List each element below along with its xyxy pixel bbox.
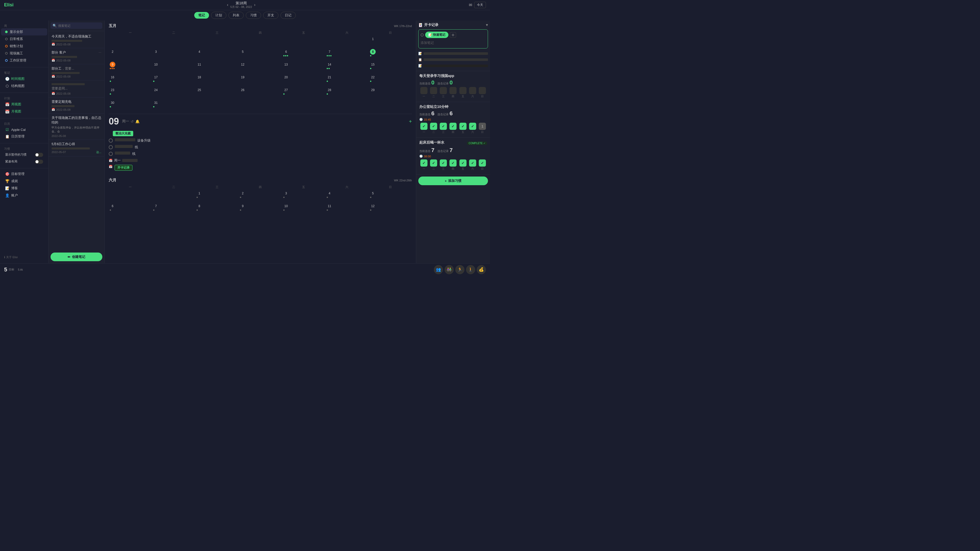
cal-cell-31[interactable]: 31	[152, 100, 195, 112]
habit-day-check[interactable]: ✓	[449, 159, 457, 167]
cal-cell-29[interactable]: 29	[369, 87, 412, 99]
group-icon-btn[interactable]: 👫	[445, 265, 454, 274]
habit-day-check[interactable]: ✓	[430, 159, 437, 167]
list-item[interactable]: 需要是同... 📅2022-05-08	[48, 80, 104, 97]
habit-day-check[interactable]: ✓	[469, 123, 476, 130]
cal-cell-7[interactable]: 7	[326, 48, 369, 61]
cal-cell-14[interactable]: 14	[326, 61, 369, 73]
sidebar-item-timeview[interactable]: 🕐 时间视图	[1, 75, 47, 83]
habit-day-check[interactable]	[430, 87, 437, 94]
toggle-paused-switch[interactable]	[35, 153, 43, 157]
sidebar-item-sales[interactable]: 销售计划	[1, 43, 47, 50]
tab-plan[interactable]: 计划	[211, 12, 226, 19]
habit-day-check[interactable]: ✓	[460, 159, 466, 167]
habit-day-check[interactable]	[469, 87, 476, 94]
habit-day-check[interactable]	[460, 87, 466, 94]
habit-day-check[interactable]: ✓	[420, 159, 428, 167]
jun-cell-10[interactable]: 10	[282, 203, 325, 215]
sidebar-item-workspace[interactable]: 工作区管理	[1, 57, 47, 64]
checkin-icon-btn[interactable]: ⊞	[450, 32, 456, 38]
cal-cell-18[interactable]: 18	[196, 74, 239, 86]
cal-cell-25[interactable]: 25	[196, 87, 239, 99]
event-checkbox[interactable]	[109, 152, 113, 156]
habit-day-check[interactable]: ✓	[440, 159, 447, 167]
cal-cell-26[interactable]: 26	[239, 87, 282, 99]
jun-cell-8[interactable]: 8	[196, 203, 239, 215]
sidebar-item-blog[interactable]: 📝 博客	[1, 185, 47, 192]
cal-cell-21[interactable]: 21	[326, 74, 369, 86]
sidebar-item-monthview[interactable]: 📆 月视图	[1, 108, 47, 115]
run-icon-btn[interactable]: 🏃	[455, 265, 465, 274]
cal-cell-22[interactable]: 22	[369, 74, 412, 86]
cal-cell-1[interactable]: 1	[369, 36, 412, 48]
habit-day-check[interactable]: ✓	[420, 123, 428, 130]
cal-cell-6[interactable]: 6	[282, 48, 325, 61]
checkin-placeholder[interactable]: 添加笔记	[421, 40, 486, 46]
habit-day-check[interactable]: 1	[479, 123, 486, 130]
cal-cell-28[interactable]: 28	[326, 87, 369, 99]
habit-day-check[interactable]	[479, 87, 486, 94]
habit-day-check[interactable]	[420, 87, 428, 94]
jun-cell-11[interactable]: 11	[326, 203, 369, 215]
habit-day-check[interactable]	[449, 87, 457, 94]
cal-cell-24[interactable]: 24	[152, 87, 195, 99]
day-add-btn[interactable]: +	[409, 119, 412, 124]
cal-cell-5[interactable]: 5	[239, 48, 282, 61]
sidebar-item-account[interactable]: 👤 账户	[1, 192, 47, 199]
cal-cell-4[interactable]: 4	[196, 48, 239, 61]
cal-cell-9[interactable]: 9	[109, 61, 151, 73]
cal-cell-27[interactable]: 27	[282, 87, 325, 99]
list-item[interactable]: 部分 客户 ··· 📅2022-05-08	[48, 48, 104, 64]
jun-cell-2[interactable]: 2	[239, 190, 282, 202]
jun-cell-4[interactable]: 4	[326, 190, 369, 202]
habit-day-check[interactable]: ✓	[469, 159, 476, 167]
cal-cell-11[interactable]: 11	[196, 61, 239, 73]
next-week-btn[interactable]: ›	[254, 3, 256, 7]
list-item[interactable]: 5月6日工作心得 2022-05-07 达...	[48, 140, 104, 156]
cal-cell-30[interactable]: 30	[109, 100, 151, 112]
cal-cell-10[interactable]: 10	[152, 61, 195, 73]
jun-cell-1[interactable]: 1	[196, 190, 239, 202]
sidebar-item-achievements[interactable]: 🏆 成就	[1, 178, 47, 185]
sidebar-item-goals[interactable]: 🎯 目标管理	[1, 170, 47, 178]
sidebar-item-construction[interactable]: 现场施工	[1, 50, 47, 57]
sidebar-item-structview[interactable]: ⬡ 结构视图	[1, 83, 47, 89]
habit-day-check[interactable]: ✓	[460, 123, 466, 130]
today-btn[interactable]: 今天	[474, 2, 486, 8]
cal-cell-23[interactable]: 23	[109, 87, 151, 99]
jun-cell-3[interactable]: 3	[282, 190, 325, 202]
jun-cell-9[interactable]: 9	[239, 203, 282, 215]
tab-notes[interactable]: 笔记	[194, 12, 209, 19]
jun-cell-7[interactable]: 7	[152, 203, 195, 215]
habit-day-check[interactable]: ✓	[440, 123, 447, 130]
jun-cell-5[interactable]: 5	[369, 190, 412, 202]
list-item[interactable]: 部分工，需要... 📅2022-05-08	[48, 64, 104, 80]
create-note-btn[interactable]: ✏ 创建笔记	[51, 252, 102, 261]
cal-cell-3[interactable]: 3	[152, 48, 195, 61]
cal-cell-2[interactable]: 2	[109, 48, 151, 61]
sidebar-about[interactable]: ℹ 关于 Elisi	[0, 253, 48, 261]
email-icon-btn[interactable]: ✉	[469, 3, 472, 7]
cal-cell-8[interactable]: 8	[369, 48, 412, 61]
list-item[interactable]: 今天雨天，不适合现场施工 📅2022-05-08	[48, 32, 104, 48]
sidebar-item-weekview[interactable]: 📅 周视图	[1, 101, 47, 108]
sidebar-item-applecal[interactable]: ☑ Apple Cal	[1, 126, 47, 133]
sidebar-item-calmanage[interactable]: 📋 日历管理	[1, 133, 47, 140]
list-item[interactable]: 关于现场施工的注意事项，自己总结的 甲方会索取押金，并以各种理由不退押金。会 2…	[48, 114, 104, 140]
cal-cell-16[interactable]: 16	[109, 74, 151, 86]
sidebar-item-daily[interactable]: 日常维系	[1, 35, 47, 43]
quick-note-btn[interactable]: 📝 快速笔记	[425, 32, 449, 38]
list-item[interactable]: 需要定期充电 📅2022-05-08	[48, 97, 104, 114]
checkin-collapse-btn[interactable]: ▾	[486, 22, 488, 27]
people-icon-btn[interactable]: 👥	[434, 265, 443, 274]
search-input[interactable]	[58, 24, 100, 27]
prev-week-btn[interactable]: ‹	[227, 3, 228, 7]
cal-cell-15[interactable]: 15	[369, 61, 412, 73]
more-icon[interactable]: ···	[99, 50, 101, 55]
habit-day-check[interactable]	[440, 87, 447, 94]
cal-cell-13[interactable]: 13	[282, 61, 325, 73]
toggle-compact-switch[interactable]	[35, 160, 43, 164]
tab-expense[interactable]: 开支	[263, 12, 278, 19]
tab-habits[interactable]: 习惯	[246, 12, 261, 19]
habit-day-check[interactable]: ✓	[479, 159, 486, 167]
